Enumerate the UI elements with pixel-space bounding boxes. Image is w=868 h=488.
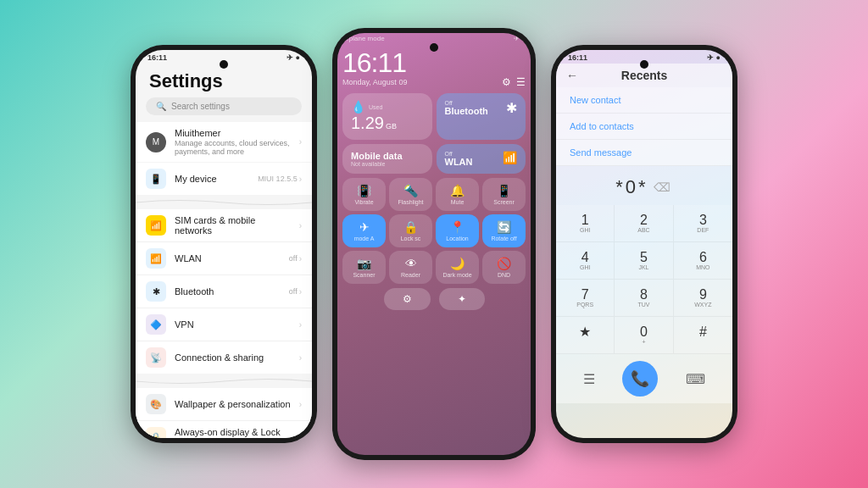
mobile-data-tile[interactable]: Mobile data Not available [342, 144, 432, 174]
vibrate-btn[interactable]: 📳 Vibrate [342, 178, 386, 211]
bluetooth-label: Bluetooth [175, 286, 281, 297]
key-7[interactable]: 7 PQRS [556, 280, 615, 317]
reader-btn[interactable]: 👁 Reader [389, 251, 432, 284]
bt-icon: ✱ [506, 100, 517, 116]
cc-date: Monday, August 09 [342, 78, 407, 86]
cc-battery-icon: C [522, 35, 527, 42]
key-hash[interactable]: # [674, 317, 732, 354]
lockscreen-item[interactable]: 🔒 Always-on display & Lock screen › [136, 421, 312, 438]
key-1[interactable]: 1 GHI [556, 205, 615, 242]
lockscreen-label: Always-on display & Lock screen [175, 427, 291, 438]
key-star[interactable]: ★ [556, 317, 615, 354]
add-to-contacts-item[interactable]: Add to contacts [556, 114, 732, 140]
lock-icon: 🔒 [403, 220, 418, 234]
settings-screen: 16:11 ✈ ● Settings 🔍 Search settings M [136, 50, 312, 438]
flashlight-btn[interactable]: 🔦 Flashlight [389, 178, 432, 211]
network-section: 📶 SIM cards & mobile networks › 📶 WLAN [136, 209, 312, 374]
search-bar[interactable]: 🔍 Search settings [146, 97, 302, 115]
page-title: Settings [136, 64, 312, 97]
back-button[interactable]: ← [566, 69, 578, 82]
dialer-display: *0* ⌫ [556, 166, 732, 205]
bluetooth-tile[interactable]: Off Bluetooth ✱ [437, 93, 526, 140]
dialer-screen-inner: 16:11 ✈ ● ← Recents New contact Add to c… [556, 50, 732, 438]
wlan-cc-label: WLAN [445, 157, 473, 167]
cc-controls-grid: 📳 Vibrate 🔦 Flashlight 🔔 Mute 📱 Screenr … [342, 178, 526, 284]
dialer-airplane-icon: ✈ [707, 53, 714, 62]
wlan-status: off [289, 254, 298, 263]
device-icon: 📱 [146, 169, 166, 189]
key-2[interactable]: 2 ABC [615, 205, 673, 242]
reader-label: Reader [401, 272, 420, 278]
darkmode-label: Dark mode [442, 272, 471, 278]
battery-icon: ● [296, 53, 300, 62]
settings-phone: 16:11 ✈ ● Settings 🔍 Search settings M [131, 45, 317, 443]
cc-airplane-label: Airplane mode [341, 35, 385, 42]
dnd-label: DND [498, 272, 510, 278]
status-time: 16:11 [147, 53, 167, 62]
flashlight-label: Flashlight [398, 199, 424, 205]
call-icon: 📞 [631, 369, 649, 388]
sim-item[interactable]: 📶 SIM cards & mobile networks › [136, 209, 312, 242]
wlan-text: WLAN [175, 253, 281, 263]
bt-label: Bluetooth [445, 106, 488, 116]
location-btn[interactable]: 📍 Location [436, 214, 479, 247]
divider2 [136, 374, 312, 388]
device-section: 📱 My device MIUI 12.5.5 › [136, 163, 312, 195]
bluetooth-icon: ✱ [146, 281, 166, 302]
key-9[interactable]: 9 WXYZ [674, 280, 732, 317]
keypad-btn[interactable]: ⌨ [686, 371, 705, 387]
chevron-icon: › [299, 137, 302, 147]
scanner-icon: 📷 [357, 257, 371, 270]
connection-chevron: › [299, 353, 302, 363]
airplane-mode-label: mode A [354, 236, 375, 241]
wlan-tile[interactable]: Off WLAN 📶 [437, 144, 526, 174]
lock-btn[interactable]: 🔒 Lock sc [389, 214, 432, 247]
airplane-mode-btn[interactable]: ✈ mode A [342, 214, 386, 247]
lockscreen-chevron: › [299, 433, 302, 439]
wallpaper-chevron: › [299, 400, 302, 409]
wallpaper-item[interactable]: 🎨 Wallpaper & personalization › [136, 388, 312, 421]
device-item[interactable]: 📱 My device MIUI 12.5.5 › [136, 163, 312, 195]
key-3[interactable]: 3 DEF [674, 205, 732, 242]
user-item[interactable]: M Miuithemer Manage accounts, cloud serv… [136, 122, 312, 162]
wlan-item[interactable]: 📶 WLAN off › [136, 242, 312, 275]
connection-item[interactable]: 📡 Connection & sharing › [136, 341, 312, 374]
key-8[interactable]: 8 TUV [615, 280, 673, 317]
settings-bottom-btn[interactable]: ⚙ [384, 288, 431, 310]
dialer-phone: 16:11 ✈ ● ← Recents New contact Add to c… [551, 45, 737, 443]
call-button[interactable]: 📞 [622, 361, 658, 396]
cc-status-icons: ✈ C [514, 35, 527, 42]
key-0[interactable]: 0 + [615, 317, 673, 354]
darkmode-btn[interactable]: 🌙 Dark mode [436, 251, 479, 284]
storage-tile[interactable]: 💧 Used 1.29 GB [342, 93, 432, 140]
key-6[interactable]: 6 MNO [674, 242, 732, 280]
cc-settings-icon[interactable]: ⚙ [502, 76, 511, 88]
vpn-item[interactable]: 🔷 VPN › [136, 308, 312, 341]
connection-text: Connection & sharing [175, 352, 291, 363]
screen-btn[interactable]: 📱 Screenr [482, 178, 526, 211]
bluetooth-item[interactable]: ✱ Bluetooth off › [136, 275, 312, 308]
key-5[interactable]: 5 JKL [615, 242, 673, 280]
camera-hole [220, 60, 228, 69]
bluetooth-chevron: › [299, 287, 302, 297]
lockscreen-text: Always-on display & Lock screen [175, 427, 291, 438]
send-message-item[interactable]: Send message [556, 140, 732, 166]
delete-icon[interactable]: ⌫ [654, 180, 673, 194]
dnd-btn[interactable]: 🚫 DND [482, 251, 526, 284]
mute-icon: 🔔 [450, 184, 465, 197]
search-placeholder: Search settings [171, 102, 230, 111]
rotate-btn[interactable]: 🔄 Rotate off [482, 214, 526, 247]
brightness-btn[interactable]: ✦ [439, 288, 485, 310]
menu-btn[interactable]: ☰ [583, 371, 595, 387]
scanner-btn[interactable]: 📷 Scanner [342, 251, 386, 284]
mute-btn[interactable]: 🔔 Mute [436, 178, 479, 211]
dialer-battery-icon: ● [716, 53, 721, 62]
location-label: Location [446, 236, 468, 241]
control-center-screen: Airplane mode ✈ C 16:11 Monday, August 0… [337, 33, 531, 455]
connection-icon: 📡 [146, 347, 166, 368]
key-4[interactable]: 4 GHI [556, 242, 615, 280]
cc-menu-icon[interactable]: ☰ [516, 76, 526, 88]
new-contact-item[interactable]: New contact [556, 87, 732, 114]
vpn-icon: 🔷 [146, 314, 166, 335]
rotate-icon: 🔄 [497, 220, 511, 234]
